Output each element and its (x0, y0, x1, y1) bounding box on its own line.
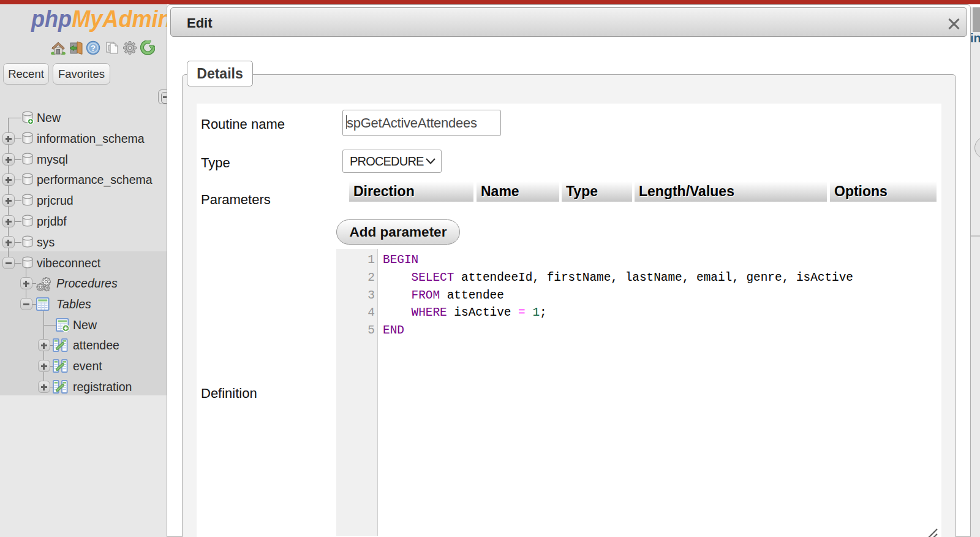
svg-text:?: ? (91, 44, 96, 53)
